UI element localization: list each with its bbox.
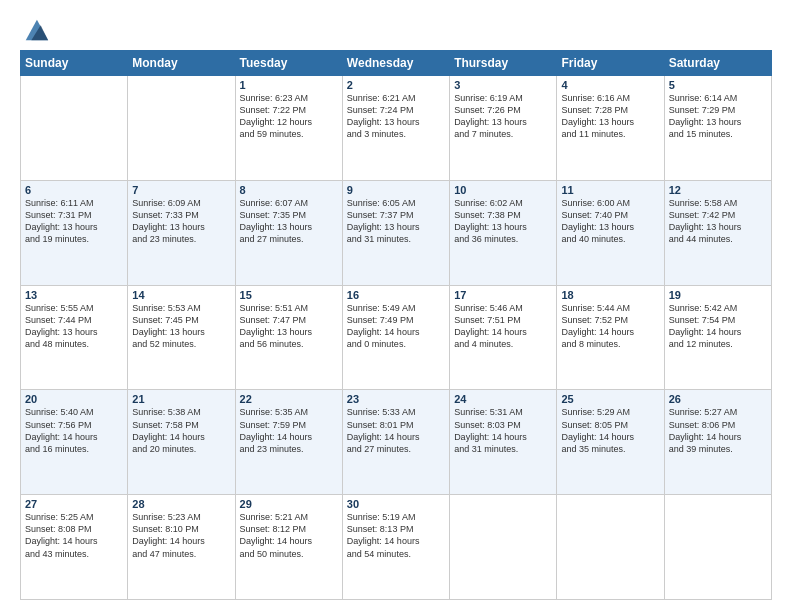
day-number: 4 — [561, 79, 659, 91]
day-info: Sunrise: 5:29 AM Sunset: 8:05 PM Dayligh… — [561, 406, 659, 455]
day-info: Sunrise: 5:51 AM Sunset: 7:47 PM Dayligh… — [240, 302, 338, 351]
day-info: Sunrise: 5:23 AM Sunset: 8:10 PM Dayligh… — [132, 511, 230, 560]
calendar-cell: 19Sunrise: 5:42 AM Sunset: 7:54 PM Dayli… — [664, 285, 771, 390]
day-number: 21 — [132, 393, 230, 405]
calendar-cell — [21, 76, 128, 181]
calendar-cell: 16Sunrise: 5:49 AM Sunset: 7:49 PM Dayli… — [342, 285, 449, 390]
day-number: 10 — [454, 184, 552, 196]
day-info: Sunrise: 6:02 AM Sunset: 7:38 PM Dayligh… — [454, 197, 552, 246]
calendar-cell: 27Sunrise: 5:25 AM Sunset: 8:08 PM Dayli… — [21, 495, 128, 600]
calendar-cell — [128, 76, 235, 181]
col-header-saturday: Saturday — [664, 51, 771, 76]
day-number: 22 — [240, 393, 338, 405]
day-number: 27 — [25, 498, 123, 510]
calendar-cell: 3Sunrise: 6:19 AM Sunset: 7:26 PM Daylig… — [450, 76, 557, 181]
day-number: 28 — [132, 498, 230, 510]
day-info: Sunrise: 5:35 AM Sunset: 7:59 PM Dayligh… — [240, 406, 338, 455]
day-info: Sunrise: 6:21 AM Sunset: 7:24 PM Dayligh… — [347, 92, 445, 141]
calendar-cell: 10Sunrise: 6:02 AM Sunset: 7:38 PM Dayli… — [450, 180, 557, 285]
day-info: Sunrise: 6:00 AM Sunset: 7:40 PM Dayligh… — [561, 197, 659, 246]
calendar-week-4: 20Sunrise: 5:40 AM Sunset: 7:56 PM Dayli… — [21, 390, 772, 495]
calendar-cell: 20Sunrise: 5:40 AM Sunset: 7:56 PM Dayli… — [21, 390, 128, 495]
col-header-monday: Monday — [128, 51, 235, 76]
calendar-cell: 25Sunrise: 5:29 AM Sunset: 8:05 PM Dayli… — [557, 390, 664, 495]
day-number: 13 — [25, 289, 123, 301]
day-info: Sunrise: 5:38 AM Sunset: 7:58 PM Dayligh… — [132, 406, 230, 455]
calendar-cell: 22Sunrise: 5:35 AM Sunset: 7:59 PM Dayli… — [235, 390, 342, 495]
calendar-cell: 17Sunrise: 5:46 AM Sunset: 7:51 PM Dayli… — [450, 285, 557, 390]
day-info: Sunrise: 5:21 AM Sunset: 8:12 PM Dayligh… — [240, 511, 338, 560]
day-number: 23 — [347, 393, 445, 405]
calendar-cell: 14Sunrise: 5:53 AM Sunset: 7:45 PM Dayli… — [128, 285, 235, 390]
calendar-cell: 23Sunrise: 5:33 AM Sunset: 8:01 PM Dayli… — [342, 390, 449, 495]
calendar-cell: 13Sunrise: 5:55 AM Sunset: 7:44 PM Dayli… — [21, 285, 128, 390]
day-number: 9 — [347, 184, 445, 196]
day-info: Sunrise: 6:05 AM Sunset: 7:37 PM Dayligh… — [347, 197, 445, 246]
day-info: Sunrise: 6:09 AM Sunset: 7:33 PM Dayligh… — [132, 197, 230, 246]
calendar-week-5: 27Sunrise: 5:25 AM Sunset: 8:08 PM Dayli… — [21, 495, 772, 600]
calendar-cell: 7Sunrise: 6:09 AM Sunset: 7:33 PM Daylig… — [128, 180, 235, 285]
day-info: Sunrise: 6:11 AM Sunset: 7:31 PM Dayligh… — [25, 197, 123, 246]
calendar-cell: 6Sunrise: 6:11 AM Sunset: 7:31 PM Daylig… — [21, 180, 128, 285]
day-number: 15 — [240, 289, 338, 301]
day-info: Sunrise: 5:42 AM Sunset: 7:54 PM Dayligh… — [669, 302, 767, 351]
day-number: 1 — [240, 79, 338, 91]
col-header-friday: Friday — [557, 51, 664, 76]
day-info: Sunrise: 5:49 AM Sunset: 7:49 PM Dayligh… — [347, 302, 445, 351]
calendar-cell: 28Sunrise: 5:23 AM Sunset: 8:10 PM Dayli… — [128, 495, 235, 600]
calendar-cell: 26Sunrise: 5:27 AM Sunset: 8:06 PM Dayli… — [664, 390, 771, 495]
day-info: Sunrise: 6:19 AM Sunset: 7:26 PM Dayligh… — [454, 92, 552, 141]
calendar-cell: 24Sunrise: 5:31 AM Sunset: 8:03 PM Dayli… — [450, 390, 557, 495]
day-info: Sunrise: 5:44 AM Sunset: 7:52 PM Dayligh… — [561, 302, 659, 351]
day-number: 6 — [25, 184, 123, 196]
day-number: 8 — [240, 184, 338, 196]
calendar-cell — [664, 495, 771, 600]
col-header-tuesday: Tuesday — [235, 51, 342, 76]
day-info: Sunrise: 5:31 AM Sunset: 8:03 PM Dayligh… — [454, 406, 552, 455]
calendar-cell: 5Sunrise: 6:14 AM Sunset: 7:29 PM Daylig… — [664, 76, 771, 181]
calendar-cell: 11Sunrise: 6:00 AM Sunset: 7:40 PM Dayli… — [557, 180, 664, 285]
col-header-sunday: Sunday — [21, 51, 128, 76]
calendar-cell: 21Sunrise: 5:38 AM Sunset: 7:58 PM Dayli… — [128, 390, 235, 495]
calendar-cell: 2Sunrise: 6:21 AM Sunset: 7:24 PM Daylig… — [342, 76, 449, 181]
day-info: Sunrise: 5:46 AM Sunset: 7:51 PM Dayligh… — [454, 302, 552, 351]
calendar-cell: 30Sunrise: 5:19 AM Sunset: 8:13 PM Dayli… — [342, 495, 449, 600]
day-number: 30 — [347, 498, 445, 510]
calendar-cell: 4Sunrise: 6:16 AM Sunset: 7:28 PM Daylig… — [557, 76, 664, 181]
day-info: Sunrise: 5:40 AM Sunset: 7:56 PM Dayligh… — [25, 406, 123, 455]
day-number: 19 — [669, 289, 767, 301]
day-number: 29 — [240, 498, 338, 510]
header — [20, 16, 772, 40]
day-number: 18 — [561, 289, 659, 301]
calendar-cell: 8Sunrise: 6:07 AM Sunset: 7:35 PM Daylig… — [235, 180, 342, 285]
day-number: 25 — [561, 393, 659, 405]
day-number: 20 — [25, 393, 123, 405]
day-info: Sunrise: 5:19 AM Sunset: 8:13 PM Dayligh… — [347, 511, 445, 560]
day-info: Sunrise: 5:27 AM Sunset: 8:06 PM Dayligh… — [669, 406, 767, 455]
calendar-cell: 1Sunrise: 6:23 AM Sunset: 7:22 PM Daylig… — [235, 76, 342, 181]
calendar-week-1: 1Sunrise: 6:23 AM Sunset: 7:22 PM Daylig… — [21, 76, 772, 181]
page: SundayMondayTuesdayWednesdayThursdayFrid… — [0, 0, 792, 612]
day-info: Sunrise: 6:23 AM Sunset: 7:22 PM Dayligh… — [240, 92, 338, 141]
day-info: Sunrise: 5:55 AM Sunset: 7:44 PM Dayligh… — [25, 302, 123, 351]
day-number: 24 — [454, 393, 552, 405]
logo-icon — [22, 16, 50, 44]
day-info: Sunrise: 5:25 AM Sunset: 8:08 PM Dayligh… — [25, 511, 123, 560]
calendar-header-row: SundayMondayTuesdayWednesdayThursdayFrid… — [21, 51, 772, 76]
day-info: Sunrise: 5:58 AM Sunset: 7:42 PM Dayligh… — [669, 197, 767, 246]
day-number: 3 — [454, 79, 552, 91]
col-header-thursday: Thursday — [450, 51, 557, 76]
day-number: 17 — [454, 289, 552, 301]
logo — [20, 16, 50, 40]
calendar-cell: 9Sunrise: 6:05 AM Sunset: 7:37 PM Daylig… — [342, 180, 449, 285]
day-number: 5 — [669, 79, 767, 91]
day-info: Sunrise: 6:07 AM Sunset: 7:35 PM Dayligh… — [240, 197, 338, 246]
calendar-table: SundayMondayTuesdayWednesdayThursdayFrid… — [20, 50, 772, 600]
day-number: 16 — [347, 289, 445, 301]
calendar-week-3: 13Sunrise: 5:55 AM Sunset: 7:44 PM Dayli… — [21, 285, 772, 390]
day-number: 26 — [669, 393, 767, 405]
day-info: Sunrise: 6:14 AM Sunset: 7:29 PM Dayligh… — [669, 92, 767, 141]
calendar-cell: 18Sunrise: 5:44 AM Sunset: 7:52 PM Dayli… — [557, 285, 664, 390]
calendar-cell: 12Sunrise: 5:58 AM Sunset: 7:42 PM Dayli… — [664, 180, 771, 285]
day-number: 12 — [669, 184, 767, 196]
